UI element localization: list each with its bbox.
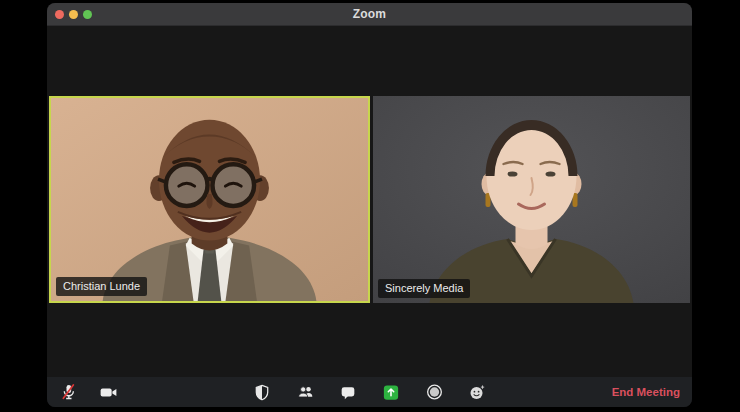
participant-name-label: Sincerely Media (378, 279, 470, 298)
share-screen-button[interactable] (379, 380, 403, 404)
minimize-button[interactable] (69, 10, 78, 19)
share-screen-icon (382, 383, 401, 402)
video-feed-woman-portrait (373, 96, 690, 303)
security-shield-icon (253, 383, 272, 402)
chat-button[interactable] (336, 380, 360, 404)
video-feed-man-portrait (51, 98, 368, 301)
window-titlebar[interactable]: Zoom (47, 3, 692, 26)
mute-button[interactable] (56, 380, 80, 404)
meeting-content: Christian Lunde (47, 26, 692, 377)
chat-bubble-icon (339, 383, 358, 402)
end-meeting-button[interactable]: End Meeting (612, 386, 680, 398)
reactions-button[interactable] (465, 380, 489, 404)
maximize-button[interactable] (83, 10, 92, 19)
record-button[interactable] (422, 380, 446, 404)
traffic-lights (55, 10, 92, 19)
meeting-toolbar: End Meeting (47, 377, 692, 407)
security-button[interactable] (250, 380, 274, 404)
participant-name-label: Christian Lunde (56, 277, 147, 296)
video-button[interactable] (96, 380, 120, 404)
record-icon (424, 382, 444, 402)
participants-icon (295, 382, 315, 402)
participants-button[interactable] (293, 380, 317, 404)
toolbar-left-group (56, 380, 120, 404)
close-button[interactable] (55, 10, 64, 19)
toolbar-center-group (250, 380, 489, 404)
zoom-window: Zoom (47, 3, 692, 407)
desktop-background: Zoom (0, 0, 740, 412)
reactions-smiley-icon (468, 383, 487, 402)
video-grid: Christian Lunde (49, 96, 690, 303)
window-title: Zoom (47, 7, 692, 21)
video-camera-icon (98, 382, 119, 403)
microphone-muted-icon (58, 382, 78, 402)
video-tile-christian-lunde[interactable]: Christian Lunde (49, 96, 370, 303)
video-tile-sincerely-media[interactable]: Sincerely Media (373, 96, 690, 303)
